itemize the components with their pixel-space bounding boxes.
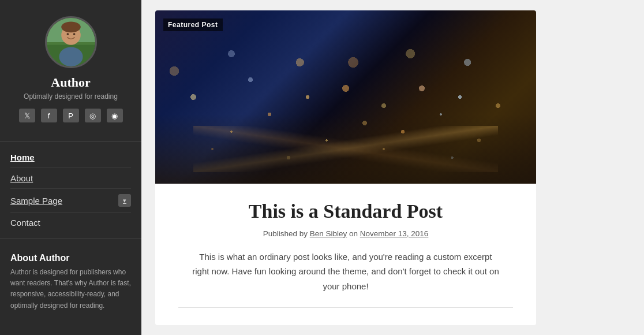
svg-point-6 (59, 47, 83, 66)
avatar (45, 16, 97, 68)
post-meta-mid: on (347, 229, 360, 238)
about-author-heading: About Author (0, 245, 141, 267)
post-body: This is a Standard Post Published by Ben… (155, 184, 536, 325)
nav-item-contact[interactable]: Contact (10, 213, 131, 233)
featured-label: Featured Post (163, 18, 223, 31)
post-meta-prefix: Published by (263, 229, 310, 238)
sidebar-subtitle: Optimally designed for reading (24, 92, 118, 100)
svg-point-5 (61, 22, 81, 33)
post-author: Ben Sibley (310, 229, 347, 238)
pinterest-icon[interactable]: P (63, 109, 79, 122)
instagram-icon[interactable]: ◎ (85, 109, 101, 122)
main-content: Featured Post This is a Standard Post Pu… (141, 0, 644, 335)
twitter-icon[interactable]: 𝕏 (19, 109, 35, 122)
sidebar: Author Optimally designed for reading 𝕏 … (0, 0, 141, 335)
nav-label-about: About (10, 173, 33, 183)
sidebar-title: Author (51, 75, 90, 90)
nav-label-home: Home (10, 152, 35, 162)
chevron-down-icon[interactable]: ▾ (118, 194, 131, 207)
post-divider (178, 307, 513, 308)
nav-item-sample-page[interactable]: Sample Page ▾ (10, 189, 131, 213)
svg-point-7 (66, 33, 69, 35)
featured-image: Featured Post (155, 10, 536, 184)
sidebar-nav: Home About Sample Page ▾ Contact (0, 147, 141, 233)
rss-icon[interactable]: ◉ (107, 109, 123, 122)
social-icons: 𝕏 f P ◎ ◉ (19, 109, 123, 122)
divider-1 (0, 141, 141, 142)
about-author-text: Author is designed for publishers who wa… (0, 267, 141, 311)
post-author-link[interactable]: Ben Sibley (310, 229, 347, 238)
post-date: November 13, 2016 (360, 229, 429, 238)
nav-label-sample-page: Sample Page (10, 196, 62, 206)
avatar-image (47, 18, 95, 66)
facebook-icon[interactable]: f (41, 109, 57, 122)
divider-2 (0, 239, 141, 239)
sidebar-header: Author Optimally designed for reading 𝕏 … (0, 0, 141, 135)
post-card: Featured Post This is a Standard Post Pu… (155, 10, 536, 325)
svg-point-8 (73, 33, 75, 35)
post-date-link[interactable]: November 13, 2016 (360, 229, 429, 238)
nav-label-contact: Contact (10, 218, 40, 228)
post-meta: Published by Ben Sibley on November 13, … (178, 229, 513, 238)
post-title: This is a Standard Post (178, 200, 513, 224)
post-excerpt: This is what an ordinary post looks like… (190, 250, 501, 294)
nav-item-home[interactable]: Home (10, 147, 131, 168)
nav-item-about[interactable]: About (10, 168, 131, 189)
road-streaks (193, 126, 498, 172)
